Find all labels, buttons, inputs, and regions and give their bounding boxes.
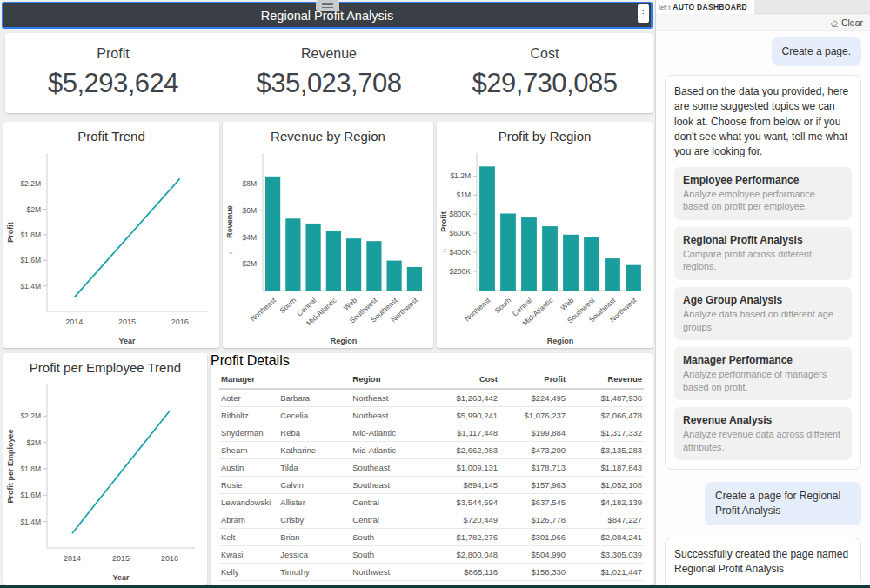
table-header-row: ManagerRegionCostProfitRevenue (219, 371, 644, 389)
suggestion-list: Employee Performance Analyze employee pe… (674, 167, 852, 461)
table-cell: Southeast (351, 477, 423, 494)
drag-handle-icon[interactable] (316, 0, 339, 11)
svg-text:≡: ≡ (443, 247, 447, 255)
table-cell: $894,145 (423, 477, 499, 494)
svg-text:$1.8M: $1.8M (20, 464, 41, 473)
table-cell: Tilda (278, 459, 351, 477)
table-row[interactable]: RitholtzCeceliaNortheast$5,990,241$1,076… (219, 407, 644, 424)
table-cell: Central (351, 511, 423, 529)
table-cell: $1,076,237 (499, 407, 567, 424)
table-row[interactable]: LewandowskiAllisterCentral$3,544,594$637… (219, 494, 644, 511)
table-header-region[interactable]: Region (351, 371, 423, 389)
svg-text:Year: Year (112, 573, 130, 582)
svg-text:2016: 2016 (171, 317, 189, 326)
suggestion-title: Employee Performance (683, 174, 843, 186)
profit-details-table[interactable]: ManagerRegionCostProfitRevenueAoterBarba… (219, 371, 644, 588)
suggestion-desc: Compare profit across different regions. (683, 248, 843, 273)
svg-text:Web: Web (342, 296, 359, 312)
table-row[interactable]: AoterBarbaraNortheast$1,263,442$224,495$… (219, 389, 644, 407)
table-row[interactable]: SnydermanRebaMid-Atlantic$1,117,448$199,… (219, 424, 644, 442)
clear-eraser-icon[interactable] (830, 18, 839, 27)
suggestion-title: Regional Profit Analysis (683, 234, 843, 246)
table-cell: Brian (278, 529, 351, 546)
svg-text:$2.2M: $2.2M (20, 179, 41, 188)
tab-label: AUTO DASHBOARD (673, 3, 747, 11)
profit-by-region-chart[interactable]: $200K$400K$600K$800K$1M$1.2MNortheastSou… (437, 144, 652, 348)
table-cell: $4,182,139 (567, 494, 644, 511)
table-row[interactable]: AbramCrisbyCentral$720,449$126,778$847,2… (219, 511, 644, 529)
table-row[interactable]: AustinTildaSoutheast$1,009,131$178,713$1… (219, 459, 644, 477)
revenue-by-region-chart[interactable]: $2M$4M$6M$8MNortheastSouthCentralMid-Atl… (223, 144, 433, 348)
svg-text:$2M: $2M (242, 259, 257, 268)
kebab-menu-button[interactable]: ⋮ (638, 4, 649, 23)
table-cell: $1,021,447 (567, 564, 644, 581)
profit-trend-svg: $1.4M$1.6M$1.8M$2M$2.2M201420152016YearP… (3, 144, 219, 348)
table-header-revenue[interactable]: Revenue (567, 371, 644, 389)
suggestion-item[interactable]: Employee Performance Analyze employee pe… (674, 167, 852, 220)
table-cell: Cecelia (278, 407, 351, 424)
suggestion-item[interactable]: Revenue Analysis Analyze revenue data ac… (674, 407, 852, 460)
svg-text:Northeast: Northeast (249, 296, 278, 324)
table-cell: $7,066,478 (567, 407, 644, 424)
user-message-text: Create a page for Regional Profit Analys… (715, 490, 840, 517)
kpi-profit: Profit $5,293,624 (5, 33, 221, 113)
table-header-manager[interactable]: Manager (219, 371, 278, 389)
user-message-text: Create a page. (782, 45, 851, 57)
sidebar-tab-bar: left t AUTO DASHBOARD (656, 0, 870, 14)
profit-by-region-card: Profit by Region $200K$400K$600K$800K$1M… (437, 122, 652, 348)
profit-trend-card: Profit Trend $1.4M$1.6M$1.8M$2M$2.2M2014… (3, 122, 219, 348)
kpi-profit-value: $5,293,624 (5, 68, 221, 99)
profit-trend-chart[interactable]: $1.4M$1.6M$1.8M$2M$2.2M201420152016YearP… (3, 144, 219, 348)
suggestion-item[interactable]: Regional Profit Analysis Compare profit … (674, 227, 852, 280)
table-row[interactable]: KellyTimothyNorthwest$865,116$156,330$1,… (219, 564, 644, 581)
svg-text:2015: 2015 (112, 554, 130, 563)
bot-success-card: Successfully created the page named Regi… (665, 538, 861, 585)
profit-region-svg: $200K$400K$600K$800K$1M$1.2MNortheastSou… (437, 144, 652, 348)
profit-per-employee-trend-card: Profit per Employee Trend $1.4M$1.6M$1.8… (3, 353, 207, 585)
table-title: Profit Details (211, 353, 652, 369)
profit-per-employee-trend-chart[interactable]: $1.4M$1.6M$1.8M$2M$2.2M201420152016YearP… (3, 376, 207, 585)
svg-text:$1.6M: $1.6M (20, 256, 41, 264)
table-cell: $2,800,048 (423, 546, 499, 564)
table-header-first-name[interactable] (278, 371, 351, 389)
bot-intro-text: Based on the data you provided, here are… (674, 84, 852, 160)
table-cell: Mid-Atlantic (351, 442, 423, 459)
chart-title: Profit Trend (3, 122, 219, 144)
table-row[interactable]: KeltBrianSouth$1,782,276$301,966$2,084,2… (219, 529, 644, 546)
table-header-profit[interactable]: Profit (499, 371, 567, 389)
table-cell: Northeast (351, 389, 423, 407)
assistant-sidebar: left t AUTO DASHBOARD Clear 14.28 Create… (655, 0, 870, 585)
tab-auto-dashboard[interactable]: left t AUTO DASHBOARD (656, 0, 754, 14)
tab-prefix: left t (659, 4, 670, 10)
suggestion-item[interactable]: Age Group Analysis Analyze data based on… (674, 287, 852, 340)
table-cell: Allister (278, 494, 351, 511)
svg-text:Profit: Profit (6, 222, 15, 243)
table-header-cost[interactable]: Cost (423, 371, 499, 389)
table-cell: $504,990 (499, 546, 567, 564)
table-cell: Snyderman (219, 424, 278, 442)
table-cell: $3,135,283 (567, 442, 644, 459)
table-cell: Barbara (278, 389, 351, 407)
svg-text:$4M: $4M (242, 233, 257, 242)
svg-text:2015: 2015 (118, 317, 136, 326)
table-cell: $301,966 (499, 529, 567, 546)
table-cell: $3,305,039 (567, 546, 644, 564)
clear-button[interactable]: Clear (841, 17, 863, 28)
table-cell: Northwest (351, 564, 423, 581)
table-cell: Mid-Atlantic (351, 424, 423, 442)
table-row[interactable]: ShearnKatharineMid-Atlantic$2,662,083$47… (219, 442, 644, 459)
suggestion-item[interactable]: Manager Performance Analyze performance … (674, 347, 852, 400)
svg-text:Northeast: Northeast (463, 296, 492, 324)
table-row[interactable]: KwasiJessicaSouth$2,800,048$504,990$3,30… (219, 546, 644, 564)
user-message-create-regional: Create a page for Regional Profit Analys… (705, 482, 861, 525)
chart-title: Profit per Employee Trend (3, 353, 207, 376)
table-cell: $1,263,442 (423, 389, 499, 407)
kpi-revenue-value: $35,023,708 (221, 68, 437, 99)
suggestion-desc: Analyze data based on different age grou… (683, 308, 843, 333)
table-cell: Central (351, 494, 423, 511)
table-row[interactable]: RosieCalvinSoutheast$894,145$157,963$1,0… (219, 477, 644, 494)
table-cell: $3,544,594 (423, 494, 499, 511)
table-cell: Ritholtz (219, 407, 278, 424)
suggestion-title: Revenue Analysis (683, 414, 843, 426)
table-cell: $5,990,241 (423, 407, 499, 424)
